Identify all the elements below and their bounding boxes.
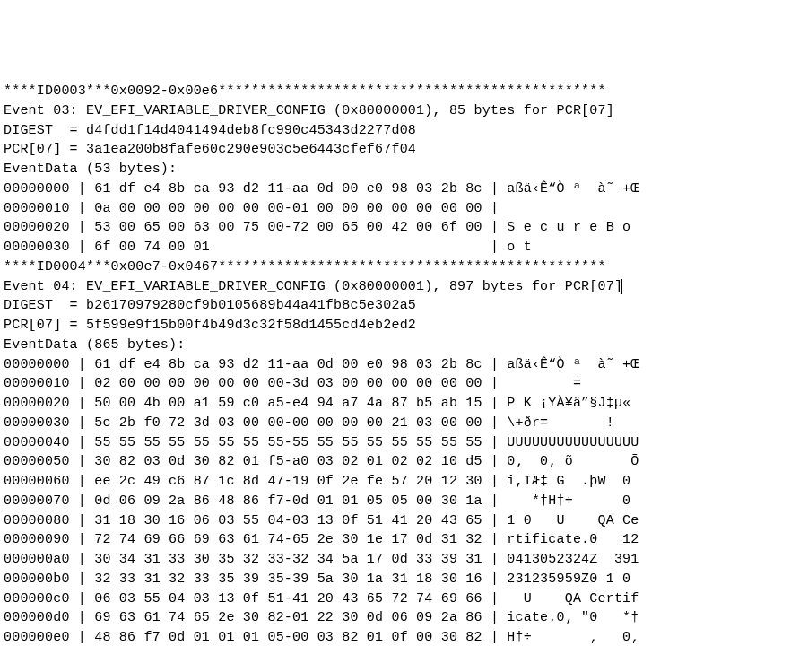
output-line: 00000030 | 6f 00 74 00 01 | o t bbox=[4, 238, 808, 257]
output-line: Event 04: EV_EFI_VARIABLE_DRIVER_CONFIG … bbox=[4, 277, 808, 297]
output-line: 00000080 | 31 18 30 16 06 03 55 04-03 13… bbox=[4, 511, 808, 531]
output-line: DIGEST = b26170979280cf9b0105689b44a41fb… bbox=[4, 296, 808, 316]
output-line: 00000070 | 0d 06 09 2a 86 48 86 f7-0d 01… bbox=[4, 492, 808, 511]
output-line: PCR[07] = 5f599e9f15b00f4b49d3c32f58d145… bbox=[4, 316, 808, 336]
output-line: 000000a0 | 30 34 31 33 30 35 32 33-32 34… bbox=[4, 550, 808, 570]
output-line: 00000090 | 72 74 69 66 69 63 61 74-65 2e… bbox=[4, 530, 808, 550]
output-line: ****ID0003***0x0092-0x00e6**************… bbox=[4, 82, 808, 101]
output-line: 00000020 | 53 00 65 00 63 00 75 00-72 00… bbox=[4, 218, 808, 238]
output-line: 00000010 | 02 00 00 00 00 00 00 00-3d 03… bbox=[4, 374, 808, 394]
output-line: EventData (865 bytes): bbox=[4, 336, 808, 355]
output-line: ****ID0004***0x00e7-0x0467**************… bbox=[4, 257, 808, 277]
output-line: 00000030 | 5c 2b f0 72 3d 03 00 00-00 00… bbox=[4, 414, 808, 433]
output-line: PCR[07] = 3a1ea200b8fafe60c290e903c5e644… bbox=[4, 140, 808, 160]
output-line: 00000000 | 61 df e4 8b ca 93 d2 11-aa 0d… bbox=[4, 179, 808, 199]
output-line: 00000060 | ee 2c 49 c6 87 1c 8d 47-19 0f… bbox=[4, 472, 808, 492]
hex-dump-output: ****ID0003***0x0092-0x00e6**************… bbox=[4, 82, 808, 648]
output-line: 000000c0 | 06 03 55 04 03 13 0f 51-41 20… bbox=[4, 589, 808, 609]
output-line: 00000020 | 50 00 4b 00 a1 59 c0 a5-e4 94… bbox=[4, 394, 808, 414]
output-line: EventData (53 bytes): bbox=[4, 160, 808, 179]
output-line: DIGEST = d4fdd1f14d4041494deb8fc990c4534… bbox=[4, 121, 808, 141]
output-line: Event 03: EV_EFI_VARIABLE_DRIVER_CONFIG … bbox=[4, 101, 808, 121]
output-line: 000000b0 | 32 33 31 32 33 35 39 35-39 5a… bbox=[4, 570, 808, 589]
output-line: 00000000 | 61 df e4 8b ca 93 d2 11-aa 0d… bbox=[4, 355, 808, 375]
output-line: 000000e0 | 48 86 f7 0d 01 01 01 05-00 03… bbox=[4, 628, 808, 648]
output-line: 00000010 | 0a 00 00 00 00 00 00 00-01 00… bbox=[4, 199, 808, 219]
output-line: 00000040 | 55 55 55 55 55 55 55 55-55 55… bbox=[4, 433, 808, 453]
output-line: 000000d0 | 69 63 61 74 65 2e 30 82-01 22… bbox=[4, 608, 808, 628]
text-cursor bbox=[621, 279, 622, 294]
output-line: 00000050 | 30 82 03 0d 30 82 01 f5-a0 03… bbox=[4, 452, 808, 472]
